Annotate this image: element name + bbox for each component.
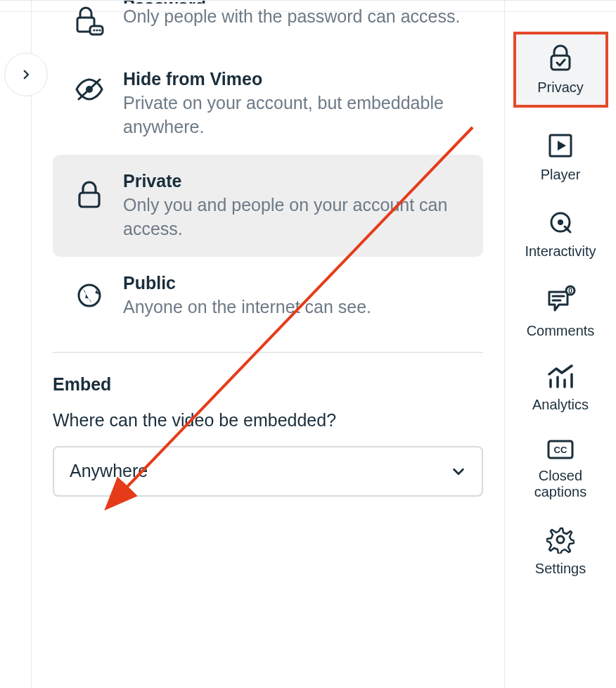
expand-panel-button[interactable] <box>4 53 48 96</box>
option-title: Hide from Vimeo <box>123 68 463 90</box>
option-title: Private <box>123 170 463 192</box>
lock-icon <box>76 180 103 210</box>
option-desc: Only you and people on your account can … <box>123 193 463 241</box>
section-divider <box>53 352 483 353</box>
svg-point-4 <box>98 29 101 31</box>
privacy-options-list: Password Only people with the password c… <box>53 1 483 335</box>
svg-point-8 <box>79 285 100 306</box>
chevron-right-icon <box>20 68 32 81</box>
option-desc: Private on your account, but embeddable … <box>123 91 463 139</box>
privacy-option-password[interactable]: Password Only people with the password c… <box>53 1 483 53</box>
svg-marker-11 <box>558 141 566 151</box>
chevron-down-icon <box>451 464 466 479</box>
svg-point-13 <box>558 219 563 225</box>
embed-question: Where can the video be embedded? <box>53 410 483 431</box>
option-desc: Anyone on the internet can see. <box>123 295 463 319</box>
privacy-lock-icon <box>548 44 573 72</box>
sidebar-label: Comments <box>527 323 595 339</box>
interactivity-icon <box>546 208 575 236</box>
sidebar-item-closed-captions[interactable]: CC Closed captions <box>513 434 608 504</box>
comments-icon: 0 <box>545 285 576 316</box>
svg-point-25 <box>557 536 564 543</box>
embed-selected-value: Anywhere <box>70 461 148 481</box>
svg-text:CC: CC <box>554 445 567 455</box>
option-title: Public <box>123 272 463 294</box>
svg-text:0: 0 <box>568 287 572 295</box>
sidebar-item-interactivity[interactable]: Interactivity <box>513 204 608 264</box>
sidebar-label: Closed captions <box>513 468 608 500</box>
sidebar-label: Settings <box>535 561 586 577</box>
settings-sidebar: Privacy Player Interactivity <box>505 1 616 688</box>
sidebar-item-player[interactable]: Player <box>513 127 608 187</box>
embed-section: Embed Where can the video be embedded? A… <box>53 374 483 497</box>
gear-icon <box>546 525 575 554</box>
sidebar-item-settings[interactable]: Settings <box>513 521 608 581</box>
privacy-option-hide[interactable]: Hide from Vimeo Private on your account,… <box>53 53 483 155</box>
sidebar-label: Player <box>541 167 581 183</box>
svg-point-2 <box>93 29 95 31</box>
sidebar-label: Interactivity <box>525 243 596 260</box>
privacy-option-public[interactable]: Public Anyone on the internet can see. <box>53 257 483 335</box>
closed-captions-icon: CC <box>546 438 575 461</box>
player-icon <box>546 132 575 160</box>
svg-rect-7 <box>79 193 99 207</box>
sidebar-item-analytics[interactable]: Analytics <box>513 360 608 417</box>
eye-slash-icon <box>75 78 104 101</box>
option-title: Password <box>123 0 463 4</box>
sidebar-item-comments[interactable]: 0 Comments <box>513 281 608 343</box>
sidebar-item-privacy[interactable]: Privacy <box>513 32 608 108</box>
sidebar-label: Analytics <box>532 397 589 413</box>
svg-rect-9 <box>551 56 570 70</box>
privacy-option-private[interactable]: Private Only you and people on your acco… <box>53 155 483 257</box>
embed-location-select[interactable]: Anywhere <box>53 446 483 497</box>
globe-icon <box>76 282 103 309</box>
sidebar-label: Privacy <box>537 79 584 96</box>
option-desc: Only people with the password can access… <box>123 5 463 29</box>
lock-password-icon <box>73 6 105 37</box>
svg-point-3 <box>96 29 98 31</box>
embed-heading: Embed <box>53 374 483 395</box>
analytics-icon <box>546 364 575 390</box>
